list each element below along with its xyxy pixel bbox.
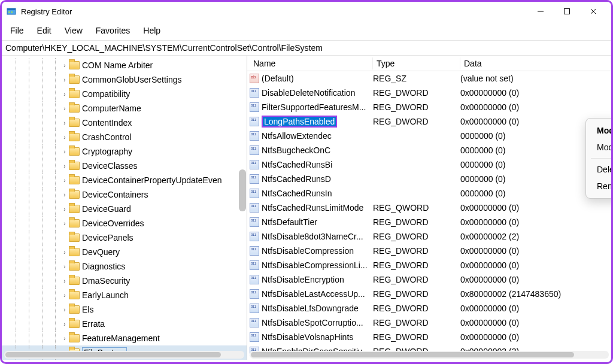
tree-item[interactable]: ›Els (2, 302, 247, 317)
close-button[interactable] (580, 3, 606, 20)
value-row[interactable]: FilterSupportedFeaturesM...REG_DWORD0x00… (247, 100, 611, 114)
menu-edit[interactable]: Edit (31, 23, 57, 38)
tree-item[interactable]: ›DeviceClasses (2, 159, 247, 173)
value-row[interactable]: NtfsCachedRunsD0000000 (0) (247, 172, 611, 186)
chevron-right-icon[interactable]: › (60, 176, 69, 184)
value-row[interactable]: NtfsDisableVolsnapHintsREG_DWORD0x000000… (247, 330, 611, 344)
value-row[interactable]: NtfsDisableEncryptionREG_DWORD0x00000000… (247, 272, 611, 287)
tree-item[interactable]: ›DeviceOverrides (2, 216, 247, 230)
dword-value-icon (250, 145, 259, 155)
context-menu-rename[interactable]: Rename (586, 178, 611, 195)
value-row[interactable]: (Default)REG_SZ(value not set) (247, 71, 611, 86)
chevron-right-icon[interactable]: › (60, 219, 69, 228)
address-bar[interactable]: Computer\HKEY_LOCAL_MACHINE\SYSTEM\Curre… (2, 41, 611, 56)
chevron-right-icon[interactable]: › (60, 119, 69, 127)
list-horizontal-scrollbar[interactable] (250, 351, 609, 359)
value-row[interactable]: NtfsCachedRunsBi0000000 (0) (247, 157, 611, 172)
tree-item[interactable]: ›CrashControl (2, 130, 247, 144)
menu-view[interactable]: View (59, 23, 89, 38)
value-row[interactable]: NtfsDisableCompressionREG_DWORD0x0000000… (247, 244, 611, 258)
chevron-right-icon[interactable]: › (60, 147, 69, 156)
chevron-right-icon[interactable]: › (60, 190, 69, 199)
context-menu-modify[interactable]: Modify... (586, 122, 611, 139)
column-type[interactable]: Type (373, 57, 460, 69)
tree-vertical-scrollbar[interactable] (238, 56, 247, 360)
tree-item[interactable]: ›DmaSecurity (2, 274, 247, 288)
tree-item[interactable]: ›Compatibility (2, 87, 247, 101)
chevron-right-icon[interactable]: › (60, 320, 69, 328)
context-menu-delete[interactable]: Delete (586, 161, 611, 178)
value-name: NtfsDisableEncryption (262, 275, 344, 284)
tree-item-label: FeatureManagement (82, 333, 160, 343)
tree-horizontal-scrollbar[interactable] (4, 351, 244, 359)
chevron-right-icon[interactable]: › (60, 334, 69, 342)
folder-icon (69, 176, 80, 184)
main-split: ›COM Name Arbiter›CommonGlobUserSettings… (2, 56, 611, 360)
value-row[interactable]: NtfsCachedRunsIn0000000 (0) (247, 186, 611, 201)
value-row[interactable]: NtfsDisable8dot3NameCr...REG_DWORD0x0000… (247, 229, 611, 244)
dword-value-icon (250, 102, 259, 112)
tree-item[interactable]: ›DevQuery (2, 245, 247, 259)
value-row[interactable]: DisableDeleteNotificationREG_DWORD0x0000… (247, 86, 611, 100)
tree-item[interactable]: ›DeviceContainerPropertyUpdateEven (2, 173, 247, 187)
chevron-right-icon[interactable]: › (60, 291, 69, 299)
tree-item[interactable]: ›Errata (2, 317, 247, 331)
tree-item[interactable]: ›Diagnostics (2, 259, 247, 274)
folder-icon (69, 205, 80, 213)
tree-item[interactable]: ›EarlyLaunch (2, 288, 247, 302)
menu-favorites[interactable]: Favorites (90, 23, 136, 38)
tree-item[interactable]: DevicePanels (2, 230, 247, 245)
chevron-right-icon[interactable]: › (60, 90, 69, 98)
context-menu-separator (591, 158, 611, 159)
value-row[interactable]: NtfsDefaultTierREG_DWORD0x00000000 (0) (247, 215, 611, 229)
minimize-button[interactable] (527, 3, 554, 20)
maximize-button[interactable] (554, 3, 580, 20)
value-data: 0x00000000 (0) (460, 246, 611, 256)
chevron-right-icon[interactable]: › (60, 277, 69, 285)
chevron-right-icon[interactable]: › (60, 305, 69, 314)
value-row[interactable]: NtfsDisableLastAccessUp...REG_DWORD0x800… (247, 287, 611, 301)
column-name[interactable]: Name (250, 57, 373, 69)
value-type: REG_DWORD (373, 232, 460, 241)
value-type: REG_DWORD (373, 318, 460, 327)
chevron-right-icon[interactable]: › (60, 162, 69, 170)
tree-item[interactable]: ›DeviceContainers (2, 187, 247, 202)
value-row[interactable]: NtfsDisableCompressionLi...REG_DWORD0x00… (247, 258, 611, 272)
dword-value-icon (250, 289, 259, 299)
value-row[interactable]: NtfsAllowExtendec0000000 (0) (247, 129, 611, 143)
tree-item[interactable]: ›FeatureManagement (2, 331, 247, 345)
value-row[interactable]: NtfsBugcheckOnC0000000 (0) (247, 143, 611, 157)
value-name: NtfsDisableCompression (262, 246, 354, 256)
tree-item[interactable]: ›ContentIndex (2, 116, 247, 130)
value-name: NtfsDisableLfsDowngrade (262, 304, 359, 313)
value-row[interactable]: NtfsCachedRunsLimitModeREG_QWORD0x000000… (247, 201, 611, 215)
chevron-right-icon[interactable]: › (60, 75, 69, 84)
value-type: REG_DWORD (373, 102, 460, 112)
chevron-right-icon[interactable]: › (60, 61, 69, 69)
chevron-right-icon[interactable]: › (60, 133, 69, 141)
value-data: 0x00000000 (0) (460, 217, 611, 227)
value-name: NtfsBugcheckOnC (262, 145, 330, 155)
chevron-right-icon[interactable]: › (60, 262, 69, 271)
chevron-right-icon[interactable]: › (60, 248, 69, 256)
tree-item-label: DeviceContainers (82, 190, 148, 199)
column-data[interactable]: Data (460, 57, 611, 69)
value-row[interactable]: LongPathsEnabledREG_DWORD0x00000000 (0) (247, 114, 611, 129)
chevron-right-icon[interactable]: › (60, 205, 69, 213)
chevron-right-icon[interactable]: › (60, 104, 69, 113)
tree-item[interactable]: ›CommonGlobUserSettings (2, 72, 247, 87)
tree-item-label: Cryptography (82, 147, 132, 156)
dword-value-icon (250, 203, 259, 213)
tree-item[interactable]: ›COM Name Arbiter (2, 58, 247, 72)
menu-file[interactable]: File (4, 23, 30, 38)
tree-item[interactable]: ›DeviceGuard (2, 202, 247, 216)
value-data: 0x00000000 (0) (460, 275, 611, 284)
tree-item[interactable]: ›ComputerName (2, 101, 247, 116)
tree-item[interactable]: ›Cryptography (2, 144, 247, 159)
tree-item-label: ComputerName (82, 104, 141, 113)
menu-help[interactable]: Help (137, 23, 166, 38)
value-row[interactable]: NtfsDisableLfsDowngradeREG_DWORD0x000000… (247, 301, 611, 316)
value-row[interactable]: NtfsDisableSpotCorruptio...REG_DWORD0x00… (247, 316, 611, 330)
folder-icon (69, 119, 80, 127)
context-menu-modify-binary[interactable]: Modify Binary Data... (586, 139, 611, 156)
